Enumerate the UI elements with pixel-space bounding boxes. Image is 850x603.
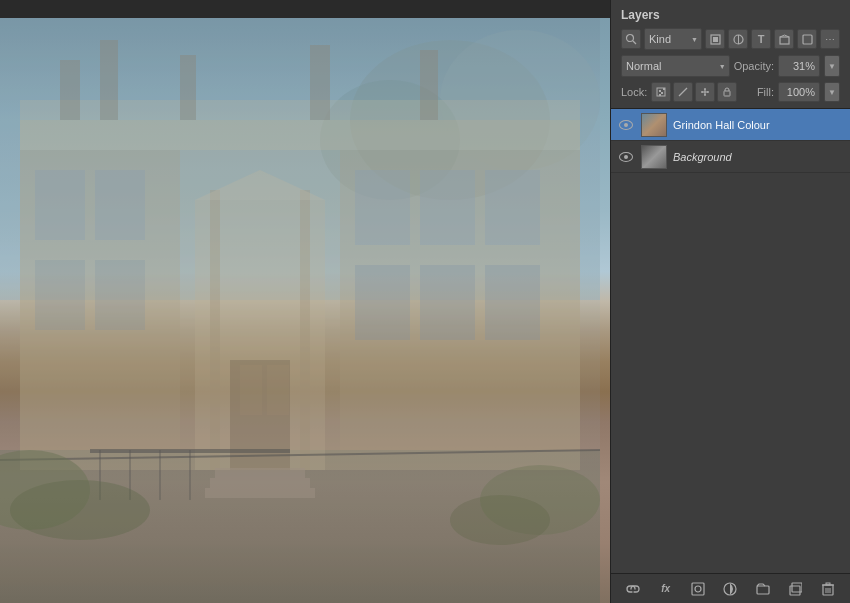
layer-thumbnail [641, 145, 667, 169]
lock-icons-group [651, 82, 753, 102]
link-layers-button[interactable] [623, 579, 643, 599]
layer-visibility-toggle[interactable] [617, 148, 635, 166]
panel-title: Layers [621, 8, 840, 22]
opacity-dropdown-arrow[interactable]: ▼ [824, 55, 840, 77]
filter-search-icon[interactable] [621, 29, 641, 49]
add-mask-button[interactable] [688, 579, 708, 599]
top-bar [0, 0, 610, 18]
svg-rect-51 [780, 37, 789, 44]
layer-fx-button[interactable]: fx [656, 579, 676, 599]
thumbnail-color-image [642, 114, 666, 136]
svg-rect-44 [0, 0, 600, 603]
layer-name: Background [673, 151, 844, 163]
canvas-image [0, 0, 610, 603]
add-adjustment-button[interactable] [720, 579, 740, 599]
filter-adjust-icon[interactable] [728, 29, 748, 49]
fill-dropdown-arrow[interactable]: ▼ [824, 82, 840, 102]
svg-rect-67 [724, 91, 730, 96]
filter-kind-wrapper: Kind [644, 28, 702, 50]
lock-all-btn[interactable] [717, 82, 737, 102]
svg-rect-68 [692, 583, 704, 595]
blend-mode-select[interactable]: Normal [621, 55, 730, 77]
svg-line-46 [633, 41, 636, 44]
svg-point-45 [627, 35, 634, 42]
filter-pixel-icon[interactable] [705, 29, 725, 49]
filter-row: Kind T [621, 28, 840, 50]
svg-point-69 [695, 586, 701, 592]
svg-rect-58 [659, 94, 661, 96]
layers-list: Grindon Hall Colour Background [611, 109, 850, 573]
layer-item[interactable]: Background [611, 141, 850, 173]
svg-rect-71 [757, 586, 769, 594]
svg-marker-66 [707, 91, 709, 93]
svg-line-60 [679, 88, 687, 96]
filter-kind-select[interactable]: Kind [644, 28, 702, 50]
thumbnail-bw-image [642, 146, 666, 168]
lock-fill-row: Lock: [621, 82, 840, 102]
panel-footer: fx [611, 573, 850, 603]
blend-opacity-row: Normal Opacity: ▼ [621, 55, 840, 77]
layer-name: Grindon Hall Colour [673, 119, 844, 131]
filter-text-icon[interactable]: T [751, 29, 771, 49]
eye-icon [619, 152, 633, 162]
opacity-input[interactable] [778, 55, 820, 77]
svg-rect-57 [661, 92, 663, 94]
blend-mode-wrapper: Normal [621, 55, 730, 77]
canvas-area [0, 0, 610, 603]
fill-label: Fill: [757, 86, 774, 98]
svg-marker-64 [704, 94, 706, 96]
layers-panel: Layers Kind [610, 0, 850, 603]
filter-shape-icon[interactable] [774, 29, 794, 49]
layer-item[interactable]: Grindon Hall Colour [611, 109, 850, 141]
svg-rect-76 [826, 583, 830, 585]
layer-visibility-toggle[interactable] [617, 116, 635, 134]
fill-input[interactable] [778, 82, 820, 102]
app-container: Layers Kind [0, 0, 850, 603]
opacity-label: Opacity: [734, 60, 774, 72]
lock-label: Lock: [621, 86, 647, 98]
svg-rect-48 [713, 37, 718, 42]
new-group-button[interactable] [753, 579, 773, 599]
new-layer-button[interactable] [785, 579, 805, 599]
svg-rect-56 [659, 90, 661, 92]
filter-more-icon[interactable]: ⋯ [820, 29, 840, 49]
lock-pixels-btn[interactable] [651, 82, 671, 102]
svg-rect-54 [803, 35, 812, 44]
svg-marker-63 [704, 88, 706, 90]
svg-marker-65 [701, 91, 703, 93]
eye-icon [619, 120, 633, 130]
lock-position-btn[interactable] [673, 82, 693, 102]
delete-layer-button[interactable] [818, 579, 838, 599]
filter-smart-icon[interactable] [797, 29, 817, 49]
svg-rect-59 [663, 88, 665, 90]
panel-header: Layers Kind [611, 0, 850, 109]
layer-thumbnail [641, 113, 667, 137]
lock-move-btn[interactable] [695, 82, 715, 102]
